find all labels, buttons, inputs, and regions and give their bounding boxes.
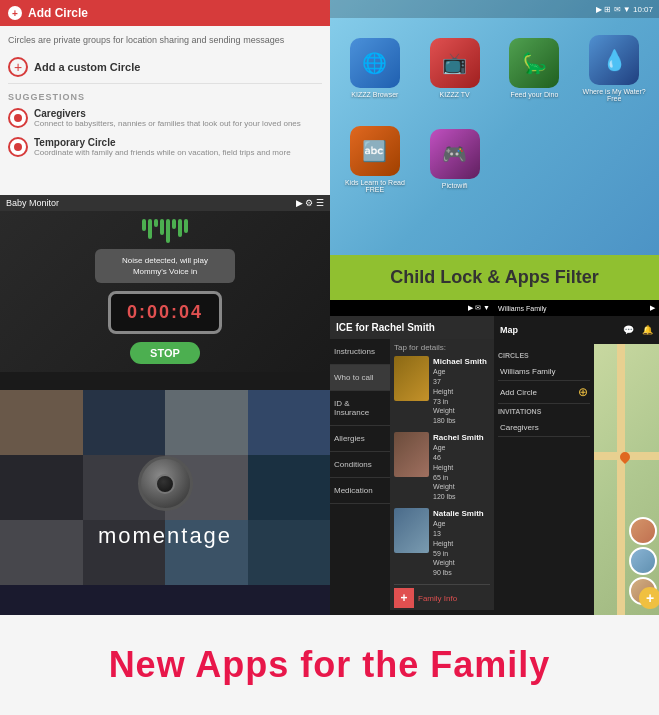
ice-name-natalie: Natalie Smith	[433, 508, 484, 519]
ice-details-michael: Age37Height73 inWeight180 lbs	[433, 367, 487, 426]
ice-who-to-call[interactable]: Who to call	[330, 365, 390, 391]
left-column: + Add Circle Circles are private groups …	[0, 0, 330, 615]
ice-content: Tap for details: Michael Smith Age37Heig…	[390, 339, 494, 610]
timer-text: 0:00:04	[127, 302, 203, 323]
kizzz-tv-icon: 📺	[430, 38, 480, 88]
map-add-button[interactable]: +	[639, 587, 659, 609]
suggestion-1-desc: Connect to babysitters, nannies or famil…	[34, 119, 301, 129]
ice-instructions[interactable]: Instructions	[330, 339, 390, 365]
add-circle-icon[interactable]: ⊕	[578, 385, 588, 399]
ice-tap-label: Tap for details:	[394, 343, 490, 352]
right-column: ▶ ⊞ ✉ ▼ 10:07 🌐 KIZZZ Browser 📺 KIZZZ TV	[330, 0, 659, 615]
ice-name-michael: Michael Smith	[433, 356, 487, 367]
kizzz-abc-icon: 🔤	[350, 126, 400, 176]
ice-family-info-label: Family Info	[418, 594, 457, 603]
add-circle-screenshot: + Add Circle Circles are private groups …	[0, 0, 330, 195]
kizzz-browser-icon: 🌐	[350, 38, 400, 88]
map-avatar-1	[629, 517, 657, 545]
add-custom-circle-row[interactable]: + Add a custom Circle	[8, 57, 322, 84]
momentage-screenshot: momentage	[0, 390, 330, 615]
add-circle-header: + Add Circle	[0, 0, 330, 26]
ice-conditions[interactable]: Conditions	[330, 452, 390, 478]
map-title: Map	[500, 325, 518, 335]
circles-label: CIRCLES	[498, 352, 590, 359]
map-content: +	[594, 344, 659, 615]
map-road-vertical	[617, 344, 625, 615]
kizzz-icon-tv[interactable]: 📺 KIZZZ TV	[418, 26, 492, 111]
page-title: New Apps for the Family	[109, 644, 551, 686]
map-alert-icon[interactable]: 🔔	[642, 325, 653, 335]
wave-bar	[142, 219, 146, 231]
life360-screenshot: Williams Family ▶ Map 💬 🔔	[494, 300, 659, 615]
right-bottom-row: ▶ ✉ ▼ ICE for Rachel Smith Instructions …	[330, 300, 659, 615]
add-circle-body: Circles are private groups for location …	[0, 26, 330, 174]
map-carrier: Williams Family	[498, 305, 547, 312]
ice-person-2[interactable]: Rachel Smith Age46Height65 inWeight120 l…	[394, 432, 490, 502]
suggestion-caregivers[interactable]: Caregivers Connect to babysitters, nanni…	[8, 108, 322, 129]
kizzz-icon-browser[interactable]: 🌐 KIZZZ Browser	[338, 26, 412, 111]
suggestions-label: SUGGESTIONS	[8, 92, 322, 102]
suggestion-text-1: Caregivers Connect to babysitters, nanni…	[34, 108, 301, 129]
circle-plus-icon: +	[8, 57, 28, 77]
kizzz-icon-picto[interactable]: 🎮 Pictowifi	[418, 117, 492, 202]
map-chat-icon[interactable]: 💬	[623, 325, 634, 335]
kizzz-icon-dino[interactable]: 🦕 Feed your Dino	[498, 26, 572, 111]
baby-monitor-status: ▶ ⚙ ☰	[296, 198, 324, 208]
kizzz-picto-label: Pictowifi	[442, 182, 468, 189]
main-container: + Add Circle Circles are private groups …	[0, 0, 659, 715]
suggestion-2-title: Temporary Circle	[34, 137, 291, 148]
ice-family-row[interactable]: + Family Info	[394, 584, 490, 611]
map-header: Map 💬 🔔	[494, 316, 659, 344]
ice-allergies[interactable]: Allergies	[330, 426, 390, 452]
circle-williams-name: Williams Family	[500, 367, 556, 376]
ice-person-1[interactable]: Michael Smith Age37Height73 inWeight180 …	[394, 356, 490, 426]
ice-title: ICE for Rachel Smith	[336, 322, 435, 333]
stop-button[interactable]: STOP	[130, 342, 200, 364]
ice-person-3[interactable]: Natalie Smith Age13Height59 inWeight90 l…	[394, 508, 490, 578]
wave-bar	[160, 219, 164, 235]
baby-monitor-body: Noise detected, will play Mommy's Voice …	[0, 211, 330, 372]
suggestion-1-title: Caregivers	[34, 108, 301, 119]
grid-area: + Add Circle Circles are private groups …	[0, 0, 659, 615]
kizzz-status-bar: ▶ ⊞ ✉ ▼ 10:07	[330, 0, 659, 18]
ice-body: Instructions Who to call ID & Insurance …	[330, 339, 494, 610]
noise-detection-box: Noise detected, will play Mommy's Voice …	[95, 249, 235, 283]
wave-bar	[184, 219, 188, 233]
baby-monitor-app: Baby Monitor ▶ ⚙ ☰	[0, 195, 330, 390]
kizzz-banner-text: Child Lock & Apps Filter	[342, 267, 647, 288]
ice-photo-natalie	[394, 508, 429, 553]
invitation-caregivers[interactable]: Caregivers	[498, 419, 590, 437]
circle-williams[interactable]: Williams Family	[498, 363, 590, 381]
invitations-label: INVITATIONS	[498, 408, 590, 415]
kizzz-app: ▶ ⊞ ✉ ▼ 10:07 🌐 KIZZZ Browser 📺 KIZZZ TV	[330, 0, 659, 300]
baby-monitor-screenshot: Baby Monitor ▶ ⚙ ☰	[0, 195, 330, 390]
timer-display: 0:00:04	[108, 291, 222, 334]
invitation-caregivers-name: Caregivers	[500, 423, 539, 432]
momentage-overlay: momentage	[0, 390, 330, 615]
kizzz-picto-icon: 🎮	[430, 129, 480, 179]
suggestion-temporary[interactable]: Temporary Circle Coordinate with family …	[8, 137, 322, 158]
ice-header: ICE for Rachel Smith	[330, 316, 494, 339]
kizzz-status-text: ▶ ⊞ ✉ ▼ 10:07	[596, 5, 653, 14]
noise-text: Noise detected, will play Mommy's Voice …	[105, 255, 225, 277]
ice-name-rachel: Rachel Smith	[433, 432, 484, 443]
circle-add[interactable]: Add Circle ⊕	[498, 381, 590, 404]
ice-id-insurance[interactable]: ID & Insurance	[330, 391, 390, 426]
kizzz-icon-water[interactable]: 💧 Where is My Water? Free	[577, 26, 651, 111]
life360-app: Williams Family ▶ Map 💬 🔔	[494, 300, 659, 615]
map-status-bar: Williams Family ▶	[494, 300, 659, 316]
ice-status-icons: ▶ ✉ ▼	[468, 304, 490, 312]
map-avatar-2	[629, 547, 657, 575]
map-sidebar: CIRCLES Williams Family Add Circle ⊕ INV…	[494, 344, 594, 615]
kizzz-icon-abc[interactable]: 🔤 Kids Learn to Read FREE	[338, 117, 412, 202]
ice-details-natalie: Age13Height59 inWeight90 lbs	[433, 519, 484, 578]
add-custom-label: Add a custom Circle	[34, 61, 140, 73]
kizzz-browser-label: KIZZZ Browser	[351, 91, 398, 98]
ice-sidebar: Instructions Who to call ID & Insurance …	[330, 339, 390, 610]
wave-bar	[166, 219, 170, 243]
wave-bars	[142, 219, 188, 243]
add-circle-plus-icon: +	[8, 6, 22, 20]
ice-medication[interactable]: Medication	[330, 478, 390, 504]
kizzz-dino-label: Feed your Dino	[510, 91, 558, 98]
baby-monitor-header: Baby Monitor ▶ ⚙ ☰	[0, 195, 330, 211]
